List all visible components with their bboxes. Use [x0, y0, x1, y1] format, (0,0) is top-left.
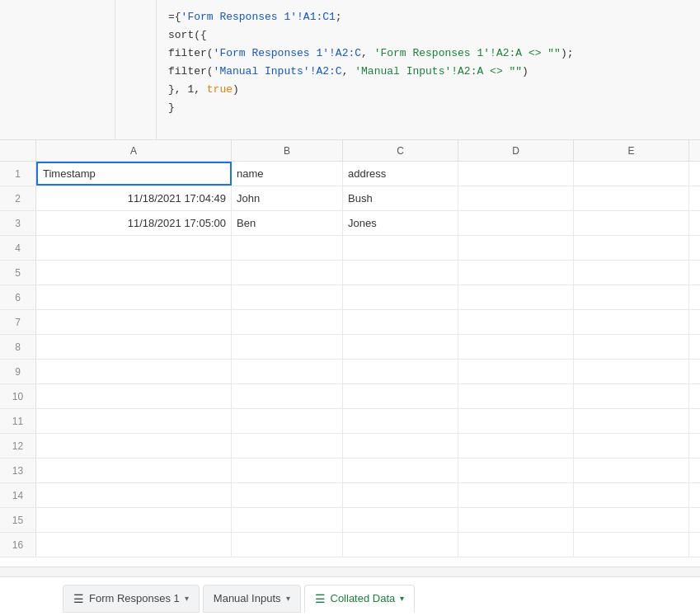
cell-10-c[interactable] [343, 384, 458, 408]
cell-5-d[interactable] [458, 261, 574, 284]
cell-1-d[interactable] [458, 162, 574, 186]
cell-9-c[interactable] [343, 360, 458, 383]
cell-15-e[interactable] [574, 508, 689, 532]
cell-16-c[interactable] [343, 533, 458, 557]
cell-8-c[interactable] [343, 335, 458, 359]
cell-6-d[interactable] [458, 285, 574, 309]
row-num-1: 1 [0, 162, 36, 186]
cell-4-e[interactable] [574, 236, 689, 260]
cell-15-d[interactable] [458, 508, 574, 532]
cell-13-b[interactable] [232, 458, 343, 482]
cell-13-c[interactable] [343, 458, 458, 482]
cell-11-c[interactable] [343, 409, 458, 433]
cell-12-c[interactable] [343, 434, 458, 458]
cell-8-b[interactable] [232, 335, 343, 359]
cell-7-d[interactable] [458, 310, 574, 334]
cell-2-a[interactable]: 11/18/2021 17:04:49 [36, 186, 232, 210]
cell-16-b[interactable] [232, 533, 343, 557]
cell-7-b[interactable] [232, 310, 343, 334]
cell-7-e[interactable] [574, 310, 689, 334]
cell-3-c[interactable]: Jones [343, 211, 458, 235]
formula-bar: ={'Form Responses 1'!A1:C1; sort({ filte… [0, 0, 700, 140]
cell-2-c[interactable]: Bush [343, 186, 458, 210]
cell-15-c[interactable] [343, 508, 458, 532]
cell-14-b[interactable] [232, 483, 343, 507]
cell-12-d[interactable] [458, 434, 574, 458]
cell-10-a[interactable] [36, 384, 232, 408]
col-header-b[interactable]: B [232, 140, 343, 161]
cell-14-a[interactable] [36, 483, 232, 507]
cell-16-d[interactable] [458, 533, 574, 557]
cell-8-e[interactable] [574, 335, 689, 359]
cell-15-b[interactable] [232, 508, 343, 532]
cell-8-a[interactable] [36, 335, 232, 359]
cell-12-b[interactable] [232, 434, 343, 458]
cell-12-a[interactable] [36, 434, 232, 458]
cell-3-e[interactable] [574, 211, 689, 235]
cell-5-b[interactable] [232, 261, 343, 284]
cell-8-d[interactable] [458, 335, 574, 359]
cell-9-a[interactable] [36, 360, 232, 383]
cell-5-c[interactable] [343, 261, 458, 284]
tab-form-responses-1-label: Form Responses 1 [89, 592, 180, 604]
cell-9-b[interactable] [232, 360, 343, 383]
cell-1-e[interactable] [574, 162, 689, 186]
cell-9-d[interactable] [458, 360, 574, 383]
cell-2-b[interactable]: John [232, 186, 343, 210]
formula-display[interactable]: ={'Form Responses 1'!A1:C1; sort({ filte… [157, 0, 700, 139]
cell-1-a[interactable]: Timestamp [36, 162, 232, 186]
col-header-e[interactable]: E [574, 140, 689, 161]
cell-12-e[interactable] [574, 434, 689, 458]
cell-4-c[interactable] [343, 236, 458, 260]
cell-5-a[interactable] [36, 261, 232, 284]
col-header-c[interactable]: C [343, 140, 458, 161]
cell-11-a[interactable] [36, 409, 232, 433]
cell-11-b[interactable] [232, 409, 343, 433]
tab-collated-data[interactable]: ☰ Collated Data ▾ [304, 585, 416, 613]
cell-16-a[interactable] [36, 533, 232, 557]
cell-6-e[interactable] [574, 285, 689, 309]
cell-3-a[interactable]: 11/18/2021 17:05:00 [36, 211, 232, 235]
cell-7-a[interactable] [36, 310, 232, 334]
cell-6-c[interactable] [343, 285, 458, 309]
cell-9-e[interactable] [574, 360, 689, 383]
cell-6-b[interactable] [232, 285, 343, 309]
cell-16-e[interactable] [574, 533, 689, 557]
cell-3-b[interactable]: Ben [232, 211, 343, 235]
cell-4-a[interactable] [36, 236, 232, 260]
cell-10-b[interactable] [232, 384, 343, 408]
cell-13-a[interactable] [36, 458, 232, 482]
cell-5-e[interactable] [574, 261, 689, 284]
col-header-a[interactable]: A [36, 140, 232, 161]
tab-manual-inputs[interactable]: Manual Inputs ▾ [203, 585, 301, 613]
cell-3-d[interactable] [458, 211, 574, 235]
cell-7-c[interactable] [343, 310, 458, 334]
cell-4-b[interactable] [232, 236, 343, 260]
cell-11-d[interactable] [458, 409, 574, 433]
cell-10-e[interactable] [574, 384, 689, 408]
cell-4-d[interactable] [458, 236, 574, 260]
cell-13-d[interactable] [458, 458, 574, 482]
row-num-2: 2 [0, 186, 36, 210]
table-row: 7 [0, 310, 700, 335]
cell-2-d[interactable] [458, 186, 574, 210]
horizontal-scrollbar[interactable] [0, 567, 700, 576]
cell-1-c[interactable]: address [343, 162, 458, 186]
sheets-menu-button[interactable] [35, 585, 59, 609]
cell-15-a[interactable] [36, 508, 232, 532]
row-num-12: 12 [0, 434, 36, 458]
cell-11-e[interactable] [574, 409, 689, 433]
formula-line-3: filter('Form Responses 1'!A2:C, 'Form Re… [168, 45, 688, 63]
add-sheet-button[interactable] [7, 585, 31, 609]
cell-14-c[interactable] [343, 483, 458, 507]
col-header-d[interactable]: D [458, 140, 574, 161]
cell-14-d[interactable] [458, 483, 574, 507]
cell-2-e[interactable] [574, 186, 689, 210]
cell-10-d[interactable] [458, 384, 574, 408]
cell-14-e[interactable] [574, 483, 689, 507]
cell-13-e[interactable] [574, 458, 689, 482]
cell-1-b[interactable]: name [232, 162, 343, 186]
cell-6-a[interactable] [36, 285, 232, 309]
tab-form-responses-1[interactable]: ☰ Form Responses 1 ▾ [63, 585, 200, 613]
cell-reference-box[interactable] [0, 0, 115, 139]
